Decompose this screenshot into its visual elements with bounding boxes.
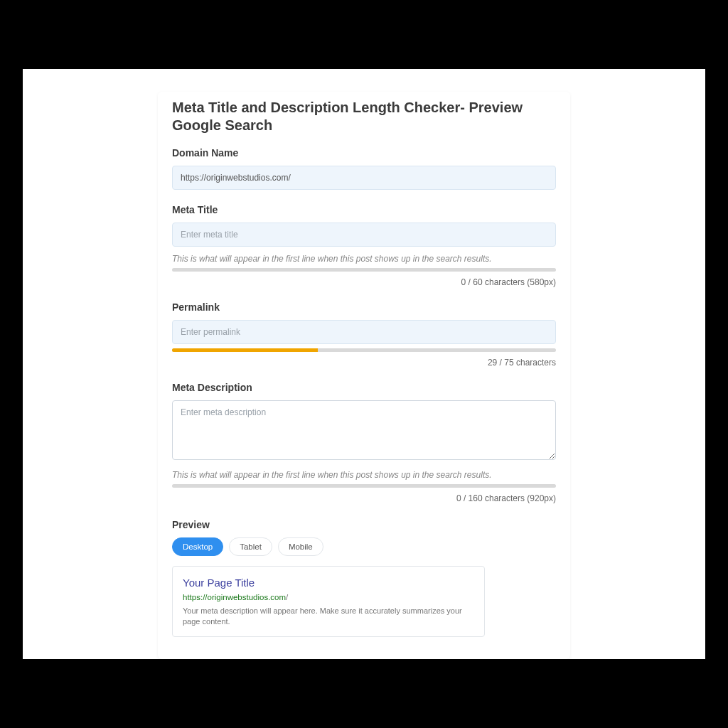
tab-mobile[interactable]: Mobile <box>278 537 323 556</box>
meta-title-label: Meta Title <box>172 204 556 215</box>
meta-desc-input[interactable] <box>172 400 556 460</box>
tab-desktop[interactable]: Desktop <box>172 537 223 556</box>
permalink-input[interactable] <box>172 320 556 344</box>
meta-title-helper: This is what will appear in the first li… <box>172 254 556 264</box>
preview-box: Your Page Title https://originwebstudios… <box>172 566 485 637</box>
page-title: Meta Title and Description Length Checke… <box>172 99 556 134</box>
meta-title-input[interactable] <box>172 223 556 247</box>
checker-card: Meta Title and Description Length Checke… <box>158 92 570 659</box>
meta-desc-input-wrap <box>172 400 556 463</box>
preview-page-title: Your Page Title <box>183 577 474 589</box>
preview-url-domain: https://originwebstudios.com <box>183 593 286 601</box>
permalink-progress <box>172 348 556 352</box>
meta-title-input-wrap <box>172 223 556 247</box>
page-container: Meta Title and Description Length Checke… <box>23 69 705 659</box>
meta-title-counter: 0 / 60 characters (580px) <box>172 277 556 287</box>
domain-input-wrap <box>172 166 556 190</box>
meta-title-progress <box>172 268 556 272</box>
preview-tabs: Desktop Tablet Mobile <box>172 537 556 556</box>
meta-desc-progress <box>172 484 556 488</box>
tab-tablet[interactable]: Tablet <box>229 537 272 556</box>
permalink-label: Permalink <box>172 301 556 313</box>
preview-label: Preview <box>172 519 556 530</box>
preview-url: https://originwebstudios.com/ <box>183 593 474 601</box>
domain-label: Domain Name <box>172 147 556 159</box>
preview-description: Your meta description will appear here. … <box>183 606 474 628</box>
meta-desc-label: Meta Description <box>172 382 556 393</box>
domain-input[interactable] <box>172 166 556 190</box>
permalink-counter: 29 / 75 characters <box>172 358 556 368</box>
meta-desc-helper: This is what will appear in the first li… <box>172 470 556 480</box>
permalink-input-wrap <box>172 320 556 344</box>
permalink-progress-fill <box>172 348 318 352</box>
preview-url-path: / <box>286 593 288 601</box>
meta-desc-counter: 0 / 160 characters (920px) <box>172 493 556 503</box>
